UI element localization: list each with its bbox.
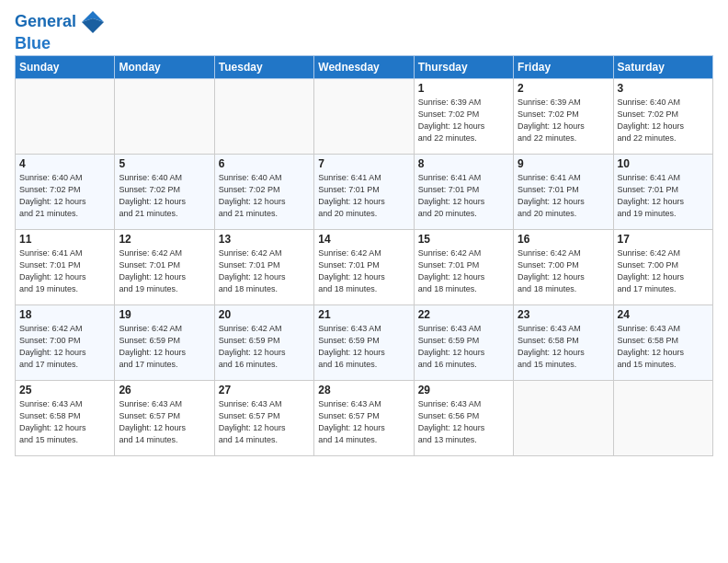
day-number: 16 [518,233,609,246]
calendar-cell: 6Sunrise: 6:40 AM Sunset: 7:02 PM Daylig… [214,154,313,229]
calendar-week-1: 1Sunrise: 6:39 AM Sunset: 7:02 PM Daylig… [16,78,713,154]
day-number: 15 [418,233,509,246]
day-info: Sunrise: 6:41 AM Sunset: 7:01 PM Dayligh… [618,172,709,220]
day-info: Sunrise: 6:43 AM Sunset: 6:56 PM Dayligh… [418,398,509,446]
calendar-cell: 27Sunrise: 6:43 AM Sunset: 6:57 PM Dayli… [214,380,313,455]
calendar-cell: 3Sunrise: 6:40 AM Sunset: 7:02 PM Daylig… [613,78,712,154]
day-number: 13 [219,233,310,246]
calendar-cell: 18Sunrise: 6:42 AM Sunset: 7:00 PM Dayli… [16,304,115,380]
day-number: 25 [19,384,110,396]
page-container: General Blue SundayMondayTuesdayWednesda… [0,0,728,465]
day-number: 1 [418,82,509,95]
day-info: Sunrise: 6:43 AM Sunset: 6:59 PM Dayligh… [318,323,409,371]
day-header-sunday: Sunday [16,55,115,78]
calendar-cell: 12Sunrise: 6:42 AM Sunset: 7:01 PM Dayli… [115,229,214,304]
day-info: Sunrise: 6:41 AM Sunset: 7:01 PM Dayligh… [318,172,409,220]
day-info: Sunrise: 6:43 AM Sunset: 6:57 PM Dayligh… [318,398,409,446]
calendar-cell: 8Sunrise: 6:41 AM Sunset: 7:01 PM Daylig… [414,154,513,229]
day-number: 3 [618,82,709,95]
day-info: Sunrise: 6:42 AM Sunset: 7:00 PM Dayligh… [618,247,709,295]
logo-text2: Blue [15,35,106,53]
calendar-week-4: 18Sunrise: 6:42 AM Sunset: 7:00 PM Dayli… [16,304,713,380]
day-number: 20 [219,308,310,321]
calendar-cell: 16Sunrise: 6:42 AM Sunset: 7:00 PM Dayli… [514,229,613,304]
calendar-cell: 17Sunrise: 6:42 AM Sunset: 7:00 PM Dayli… [613,229,712,304]
calendar-cell: 9Sunrise: 6:41 AM Sunset: 7:01 PM Daylig… [514,154,613,229]
day-info: Sunrise: 6:42 AM Sunset: 7:01 PM Dayligh… [318,247,409,295]
day-number: 26 [119,384,210,396]
header: General Blue [15,9,713,53]
day-number: 8 [418,157,509,170]
calendar-cell: 25Sunrise: 6:43 AM Sunset: 6:58 PM Dayli… [16,380,115,455]
calendar-cell: 7Sunrise: 6:41 AM Sunset: 7:01 PM Daylig… [314,154,414,229]
calendar-cell [613,380,712,455]
logo-text: General [15,13,76,31]
calendar-cell: 5Sunrise: 6:40 AM Sunset: 7:02 PM Daylig… [115,154,214,229]
calendar-cell: 24Sunrise: 6:43 AM Sunset: 6:58 PM Dayli… [613,304,712,380]
calendar-cell: 2Sunrise: 6:39 AM Sunset: 7:02 PM Daylig… [514,78,613,154]
day-number: 28 [318,384,409,396]
calendar-cell: 11Sunrise: 6:41 AM Sunset: 7:01 PM Dayli… [16,229,115,304]
calendar-cell: 1Sunrise: 6:39 AM Sunset: 7:02 PM Daylig… [414,78,513,154]
calendar-cell [314,78,414,154]
day-number: 4 [19,157,110,170]
day-header-tuesday: Tuesday [214,55,313,78]
calendar-cell [214,78,313,154]
calendar-cell: 23Sunrise: 6:43 AM Sunset: 6:58 PM Dayli… [514,304,613,380]
day-header-monday: Monday [115,55,214,78]
calendar-cell: 14Sunrise: 6:42 AM Sunset: 7:01 PM Dayli… [314,229,414,304]
calendar-week-5: 25Sunrise: 6:43 AM Sunset: 6:58 PM Dayli… [16,380,713,455]
calendar-cell: 19Sunrise: 6:42 AM Sunset: 6:59 PM Dayli… [115,304,214,380]
calendar-cell: 20Sunrise: 6:42 AM Sunset: 6:59 PM Dayli… [214,304,313,380]
day-info: Sunrise: 6:43 AM Sunset: 6:57 PM Dayligh… [119,398,210,446]
day-number: 27 [219,384,310,396]
day-info: Sunrise: 6:42 AM Sunset: 6:59 PM Dayligh… [119,323,210,371]
calendar-cell: 22Sunrise: 6:43 AM Sunset: 6:59 PM Dayli… [414,304,513,380]
day-info: Sunrise: 6:42 AM Sunset: 7:01 PM Dayligh… [418,247,509,295]
day-number: 14 [318,233,409,246]
calendar-cell: 28Sunrise: 6:43 AM Sunset: 6:57 PM Dayli… [314,380,414,455]
day-info: Sunrise: 6:41 AM Sunset: 7:01 PM Dayligh… [518,172,609,220]
day-info: Sunrise: 6:39 AM Sunset: 7:02 PM Dayligh… [518,97,609,144]
day-info: Sunrise: 6:39 AM Sunset: 7:02 PM Dayligh… [418,97,509,144]
day-header-friday: Friday [514,55,613,78]
calendar-header-row: SundayMondayTuesdayWednesdayThursdayFrid… [16,55,713,78]
day-info: Sunrise: 6:41 AM Sunset: 7:01 PM Dayligh… [19,247,110,295]
day-header-saturday: Saturday [613,55,712,78]
day-number: 21 [318,308,409,321]
calendar-table: SundayMondayTuesdayWednesdayThursdayFrid… [15,55,713,456]
calendar-cell: 21Sunrise: 6:43 AM Sunset: 6:59 PM Dayli… [314,304,414,380]
calendar-week-2: 4Sunrise: 6:40 AM Sunset: 7:02 PM Daylig… [16,154,713,229]
logo: General Blue [15,9,106,53]
day-info: Sunrise: 6:42 AM Sunset: 6:59 PM Dayligh… [219,323,310,371]
calendar-cell: 13Sunrise: 6:42 AM Sunset: 7:01 PM Dayli… [214,229,313,304]
day-info: Sunrise: 6:42 AM Sunset: 7:01 PM Dayligh… [219,247,310,295]
calendar-cell: 29Sunrise: 6:43 AM Sunset: 6:56 PM Dayli… [414,380,513,455]
day-number: 23 [518,308,609,321]
calendar-cell: 10Sunrise: 6:41 AM Sunset: 7:01 PM Dayli… [613,154,712,229]
day-number: 10 [618,157,709,170]
day-info: Sunrise: 6:43 AM Sunset: 6:58 PM Dayligh… [518,323,609,371]
calendar-week-3: 11Sunrise: 6:41 AM Sunset: 7:01 PM Dayli… [16,229,713,304]
day-info: Sunrise: 6:42 AM Sunset: 7:00 PM Dayligh… [518,247,609,295]
calendar-cell [16,78,115,154]
day-number: 29 [418,384,509,396]
logo-icon [80,9,106,35]
day-info: Sunrise: 6:43 AM Sunset: 6:58 PM Dayligh… [618,323,709,371]
day-number: 17 [618,233,709,246]
day-number: 6 [219,157,310,170]
day-number: 24 [618,308,709,321]
day-info: Sunrise: 6:40 AM Sunset: 7:02 PM Dayligh… [219,172,310,220]
day-number: 19 [119,308,210,321]
day-info: Sunrise: 6:43 AM Sunset: 6:57 PM Dayligh… [219,398,310,446]
day-info: Sunrise: 6:40 AM Sunset: 7:02 PM Dayligh… [618,97,709,144]
calendar-cell: 26Sunrise: 6:43 AM Sunset: 6:57 PM Dayli… [115,380,214,455]
day-number: 12 [119,233,210,246]
day-number: 18 [19,308,110,321]
day-header-wednesday: Wednesday [314,55,414,78]
day-info: Sunrise: 6:40 AM Sunset: 7:02 PM Dayligh… [19,172,110,220]
day-number: 5 [119,157,210,170]
day-info: Sunrise: 6:41 AM Sunset: 7:01 PM Dayligh… [418,172,509,220]
calendar-cell: 15Sunrise: 6:42 AM Sunset: 7:01 PM Dayli… [414,229,513,304]
calendar-cell: 4Sunrise: 6:40 AM Sunset: 7:02 PM Daylig… [16,154,115,229]
